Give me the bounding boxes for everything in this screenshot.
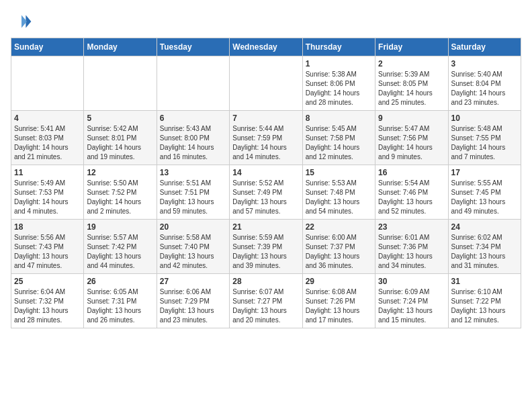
day-cell: 2Sunrise: 5:39 AM Sunset: 8:05 PM Daylig… bbox=[375, 56, 448, 111]
day-detail: Sunrise: 5:43 AM Sunset: 8:00 PM Dayligh… bbox=[160, 124, 226, 162]
day-number: 16 bbox=[378, 168, 445, 177]
day-detail: Sunrise: 6:05 AM Sunset: 7:31 PM Dayligh… bbox=[87, 287, 153, 325]
day-cell: 22Sunrise: 6:00 AM Sunset: 7:37 PM Dayli… bbox=[302, 220, 375, 274]
day-cell bbox=[84, 56, 157, 111]
day-detail: Sunrise: 6:04 AM Sunset: 7:32 PM Dayligh… bbox=[14, 287, 81, 325]
day-detail: Sunrise: 6:01 AM Sunset: 7:36 PM Dayligh… bbox=[378, 233, 445, 271]
day-detail: Sunrise: 5:55 AM Sunset: 7:45 PM Dayligh… bbox=[451, 179, 518, 216]
day-cell: 6Sunrise: 5:43 AM Sunset: 8:00 PM Daylig… bbox=[157, 111, 229, 165]
day-cell: 20Sunrise: 5:58 AM Sunset: 7:40 PM Dayli… bbox=[157, 220, 229, 274]
header-cell-saturday: Saturday bbox=[448, 38, 521, 56]
day-cell: 10Sunrise: 5:48 AM Sunset: 7:55 PM Dayli… bbox=[448, 111, 521, 165]
day-number: 9 bbox=[378, 113, 445, 123]
day-cell: 30Sunrise: 6:09 AM Sunset: 7:24 PM Dayli… bbox=[375, 274, 448, 328]
day-detail: Sunrise: 5:53 AM Sunset: 7:48 PM Dayligh… bbox=[306, 179, 372, 216]
day-number: 29 bbox=[306, 277, 372, 286]
day-cell: 15Sunrise: 5:53 AM Sunset: 7:48 PM Dayli… bbox=[302, 165, 375, 220]
day-detail: Sunrise: 6:09 AM Sunset: 7:24 PM Dayligh… bbox=[378, 287, 445, 325]
day-number: 1 bbox=[306, 59, 372, 68]
day-detail: Sunrise: 5:52 AM Sunset: 7:49 PM Dayligh… bbox=[232, 179, 299, 216]
day-cell: 11Sunrise: 5:49 AM Sunset: 7:53 PM Dayli… bbox=[11, 165, 84, 220]
header-cell-tuesday: Tuesday bbox=[157, 38, 229, 56]
day-number: 13 bbox=[160, 168, 226, 177]
day-cell: 26Sunrise: 6:05 AM Sunset: 7:31 PM Dayli… bbox=[84, 274, 157, 328]
day-cell: 7Sunrise: 5:44 AM Sunset: 7:59 PM Daylig… bbox=[230, 111, 302, 165]
day-cell: 5Sunrise: 5:42 AM Sunset: 8:01 PM Daylig… bbox=[84, 111, 157, 165]
day-detail: Sunrise: 5:48 AM Sunset: 7:55 PM Dayligh… bbox=[451, 124, 518, 162]
day-cell: 25Sunrise: 6:04 AM Sunset: 7:32 PM Dayli… bbox=[11, 274, 84, 328]
header-cell-wednesday: Wednesday bbox=[230, 38, 302, 56]
day-cell: 12Sunrise: 5:50 AM Sunset: 7:52 PM Dayli… bbox=[84, 165, 157, 220]
day-detail: Sunrise: 5:41 AM Sunset: 8:03 PM Dayligh… bbox=[14, 124, 81, 162]
day-cell: 24Sunrise: 6:02 AM Sunset: 7:34 PM Dayli… bbox=[448, 220, 521, 274]
day-cell: 1Sunrise: 5:38 AM Sunset: 8:06 PM Daylig… bbox=[302, 56, 375, 111]
day-number: 3 bbox=[451, 59, 518, 68]
day-cell: 8Sunrise: 5:45 AM Sunset: 7:58 PM Daylig… bbox=[302, 111, 375, 165]
day-detail: Sunrise: 6:06 AM Sunset: 7:29 PM Dayligh… bbox=[160, 287, 226, 325]
day-detail: Sunrise: 5:58 AM Sunset: 7:40 PM Dayligh… bbox=[160, 233, 226, 271]
logo-icon bbox=[11, 11, 32, 32]
day-cell: 19Sunrise: 5:57 AM Sunset: 7:42 PM Dayli… bbox=[84, 220, 157, 274]
day-cell: 29Sunrise: 6:08 AM Sunset: 7:26 PM Dayli… bbox=[302, 274, 375, 328]
day-detail: Sunrise: 5:57 AM Sunset: 7:42 PM Dayligh… bbox=[87, 233, 153, 271]
logo bbox=[11, 11, 35, 32]
day-cell: 9Sunrise: 5:47 AM Sunset: 7:56 PM Daylig… bbox=[375, 111, 448, 165]
day-detail: Sunrise: 5:42 AM Sunset: 8:01 PM Dayligh… bbox=[87, 124, 153, 162]
day-detail: Sunrise: 5:56 AM Sunset: 7:43 PM Dayligh… bbox=[14, 233, 81, 271]
day-cell: 13Sunrise: 5:51 AM Sunset: 7:51 PM Dayli… bbox=[157, 165, 229, 220]
day-detail: Sunrise: 5:47 AM Sunset: 7:56 PM Dayligh… bbox=[378, 124, 445, 162]
header-cell-sunday: Sunday bbox=[11, 38, 84, 56]
day-cell: 27Sunrise: 6:06 AM Sunset: 7:29 PM Dayli… bbox=[157, 274, 229, 328]
day-number: 19 bbox=[87, 222, 153, 232]
day-number: 26 bbox=[87, 277, 153, 286]
day-number: 18 bbox=[14, 222, 81, 232]
day-cell: 14Sunrise: 5:52 AM Sunset: 7:49 PM Dayli… bbox=[230, 165, 302, 220]
day-cell: 21Sunrise: 5:59 AM Sunset: 7:39 PM Dayli… bbox=[230, 220, 302, 274]
day-detail: Sunrise: 5:49 AM Sunset: 7:53 PM Dayligh… bbox=[14, 179, 81, 216]
day-cell bbox=[157, 56, 229, 111]
week-row-5: 25Sunrise: 6:04 AM Sunset: 7:32 PM Dayli… bbox=[11, 274, 521, 328]
day-detail: Sunrise: 6:00 AM Sunset: 7:37 PM Dayligh… bbox=[306, 233, 372, 271]
day-cell bbox=[230, 56, 302, 111]
day-number: 22 bbox=[306, 222, 372, 232]
week-row-1: 1Sunrise: 5:38 AM Sunset: 8:06 PM Daylig… bbox=[11, 56, 521, 111]
day-number: 21 bbox=[232, 222, 299, 232]
day-number: 24 bbox=[451, 222, 518, 232]
day-number: 2 bbox=[378, 59, 445, 68]
day-number: 8 bbox=[306, 113, 372, 123]
day-number: 25 bbox=[14, 277, 81, 286]
day-number: 15 bbox=[306, 168, 372, 177]
calendar-table: SundayMondayTuesdayWednesdayThursdayFrid… bbox=[11, 38, 521, 328]
day-number: 12 bbox=[87, 168, 153, 177]
day-number: 5 bbox=[87, 113, 153, 123]
week-row-2: 4Sunrise: 5:41 AM Sunset: 8:03 PM Daylig… bbox=[11, 111, 521, 165]
day-number: 10 bbox=[451, 113, 518, 123]
day-number: 28 bbox=[232, 277, 299, 286]
header-cell-thursday: Thursday bbox=[302, 38, 375, 56]
day-detail: Sunrise: 6:10 AM Sunset: 7:22 PM Dayligh… bbox=[451, 287, 518, 325]
day-number: 6 bbox=[160, 113, 226, 123]
day-detail: Sunrise: 5:40 AM Sunset: 8:04 PM Dayligh… bbox=[451, 70, 518, 107]
header-row: SundayMondayTuesdayWednesdayThursdayFrid… bbox=[11, 38, 521, 56]
day-cell: 17Sunrise: 5:55 AM Sunset: 7:45 PM Dayli… bbox=[448, 165, 521, 220]
day-cell: 31Sunrise: 6:10 AM Sunset: 7:22 PM Dayli… bbox=[448, 274, 521, 328]
day-detail: Sunrise: 6:02 AM Sunset: 7:34 PM Dayligh… bbox=[451, 233, 518, 271]
day-cell: 4Sunrise: 5:41 AM Sunset: 8:03 PM Daylig… bbox=[11, 111, 84, 165]
week-row-3: 11Sunrise: 5:49 AM Sunset: 7:53 PM Dayli… bbox=[11, 165, 521, 220]
header-cell-monday: Monday bbox=[84, 38, 157, 56]
day-cell: 18Sunrise: 5:56 AM Sunset: 7:43 PM Dayli… bbox=[11, 220, 84, 274]
day-detail: Sunrise: 5:38 AM Sunset: 8:06 PM Dayligh… bbox=[306, 70, 372, 107]
header-cell-friday: Friday bbox=[375, 38, 448, 56]
day-detail: Sunrise: 6:07 AM Sunset: 7:27 PM Dayligh… bbox=[232, 287, 299, 325]
day-number: 11 bbox=[14, 168, 81, 177]
day-cell: 16Sunrise: 5:54 AM Sunset: 7:46 PM Dayli… bbox=[375, 165, 448, 220]
day-number: 30 bbox=[378, 277, 445, 286]
day-detail: Sunrise: 5:51 AM Sunset: 7:51 PM Dayligh… bbox=[160, 179, 226, 216]
day-cell: 23Sunrise: 6:01 AM Sunset: 7:36 PM Dayli… bbox=[375, 220, 448, 274]
day-number: 23 bbox=[378, 222, 445, 232]
page-header bbox=[11, 11, 521, 32]
day-detail: Sunrise: 5:44 AM Sunset: 7:59 PM Dayligh… bbox=[232, 124, 299, 162]
day-number: 7 bbox=[232, 113, 299, 123]
day-detail: Sunrise: 5:54 AM Sunset: 7:46 PM Dayligh… bbox=[378, 179, 445, 216]
day-detail: Sunrise: 5:50 AM Sunset: 7:52 PM Dayligh… bbox=[87, 179, 153, 216]
